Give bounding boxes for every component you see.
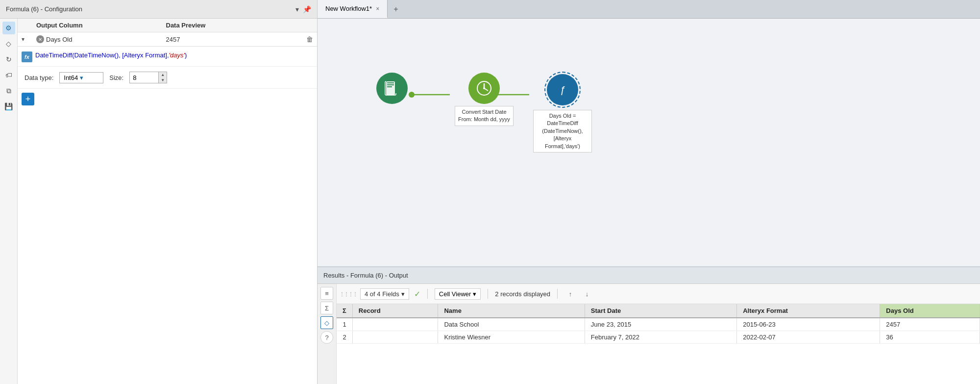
node-formula[interactable]: ƒ Days Old = DateTimeDiff (DateTimeNow()… — [533, 72, 592, 153]
row-expand-btn[interactable]: ▾ — [22, 36, 36, 43]
sort-down-btn[interactable]: ↓ — [581, 288, 593, 300]
th-sigma: Σ — [337, 304, 352, 318]
row-num-1: 1 — [337, 318, 352, 331]
output-row: ▾ ✕ Days Old 2457 🗑 — [18, 32, 317, 47]
node-formula-icon: ƒ — [547, 74, 578, 105]
th-name[interactable]: Name — [438, 304, 585, 318]
formula-text[interactable]: DateTimeDiff(DateTimeNow(), [Alteryx For… — [35, 51, 187, 61]
sidebar-tag-icon[interactable]: 🏷 — [2, 69, 15, 81]
left-header: Formula (6) - Configuration ▾ 📌 — [0, 0, 317, 19]
trash-icon[interactable]: 🗑 — [295, 35, 313, 43]
node-datetime-icon — [468, 73, 500, 104]
results-header: Results - Formula (6) - Output — [318, 267, 980, 284]
results-main: ⋮⋮⋮⋮ 4 of 4 Fields ▾ ✓ Cell Viewer ▾ 2 r… — [337, 284, 980, 384]
collapse-icon[interactable]: ▾ — [295, 5, 299, 13]
th-start-date[interactable]: Start Date — [585, 304, 736, 318]
svg-text:ƒ: ƒ — [560, 84, 565, 95]
sidebar: ⚙ ◇ ↻ 🏷 ⧉ 💾 — [0, 19, 18, 384]
th-alteryx-format[interactable]: Alteryx Format — [737, 304, 880, 318]
node-formula-selection: ƒ — [544, 72, 581, 108]
cell-record-1 — [352, 318, 438, 331]
node-input-icon — [376, 73, 408, 104]
tab-close-btn[interactable]: × — [376, 5, 379, 12]
left-header-icons: ▾ 📌 — [295, 5, 311, 13]
svg-rect-5 — [386, 81, 395, 95]
checkmark-icon[interactable]: ✓ — [414, 289, 420, 299]
results-diamond-icon[interactable]: ◇ — [320, 316, 333, 329]
sidebar-save-icon[interactable]: 💾 — [2, 100, 15, 113]
node-input[interactable] — [376, 73, 408, 104]
cell-startdate-2: February 7, 2022 — [585, 331, 736, 344]
col-headers: Output Column Data Preview — [18, 19, 317, 32]
right-panel: New Workflow1* × + — [318, 0, 980, 384]
results-toolbar: ⋮⋮⋮⋮ 4 of 4 Fields ▾ ✓ Cell Viewer ▾ 2 r… — [337, 284, 980, 304]
results-lines-icon[interactable]: ≡ — [320, 287, 333, 300]
node-datetime[interactable]: Convert Start Date From: Month dd, yyyy — [455, 73, 514, 126]
cell-record-2 — [352, 331, 438, 344]
cell-daysold-1: 2457 — [880, 318, 980, 331]
col-name-cell: ✕ Days Old — [36, 35, 166, 43]
tab-label: New Workflow1* — [325, 5, 372, 12]
size-increment-btn[interactable]: ▲ — [159, 72, 167, 77]
results-table-wrapper[interactable]: Σ Record Name Start Date Alteryx Format … — [337, 304, 980, 384]
results-table: Σ Record Name Start Date Alteryx Format … — [337, 304, 980, 344]
preview-col-header: Data Preview — [166, 22, 296, 29]
row-num-2: 2 — [337, 331, 352, 344]
left-header-title: Formula (6) - Configuration — [6, 5, 82, 13]
results-sigma-icon[interactable]: Σ — [320, 302, 333, 314]
tab-bar: New Workflow1* × + — [318, 0, 980, 19]
add-tab-btn[interactable]: + — [388, 0, 404, 18]
table-row: 2 Kristine Wiesner February 7, 2022 2022… — [337, 331, 980, 344]
canvas-connections — [318, 19, 980, 266]
th-record[interactable]: Record — [352, 304, 438, 318]
sort-up-btn[interactable]: ↑ — [564, 288, 576, 300]
size-decrement-btn[interactable]: ▼ — [159, 77, 167, 83]
size-label: Size: — [109, 74, 123, 81]
results-question-icon[interactable]: ? — [320, 331, 333, 344]
sidebar-code-icon[interactable]: ◇ — [2, 37, 15, 50]
fields-dropdown[interactable]: 4 of 4 Fields ▾ — [360, 288, 409, 300]
cell-daysold-2: 36 — [880, 331, 980, 344]
cell-name-1: Data School — [438, 318, 585, 331]
th-days-old[interactable]: Days Old — [880, 304, 980, 318]
formula-icon: fx — [22, 51, 32, 62]
svg-rect-8 — [387, 86, 392, 87]
add-row-btn[interactable]: + — [22, 93, 34, 105]
datatype-value: Int64 — [64, 74, 78, 81]
datatype-row: Data type: Int64 ▾ Size: 8 ▲ ▼ — [18, 67, 317, 89]
cell-viewer-btn[interactable]: Cell Viewer ▾ — [435, 288, 481, 300]
expand-col-header — [22, 22, 36, 29]
formula-str-part: 'days' — [169, 51, 185, 59]
results-side-icons: ≡ Σ ◇ ? — [318, 284, 337, 384]
node-formula-label: Days Old = DateTimeDiff (DateTimeNow(), … — [533, 110, 592, 153]
col-remove-btn[interactable]: ✕ — [36, 35, 44, 43]
size-value: 8 — [133, 74, 136, 81]
results-collapse-icon[interactable]: ⋮⋮⋮⋮ — [342, 287, 355, 301]
cell-viewer-chevron: ▾ — [473, 290, 476, 298]
cell-alteryxfmt-1: 2015-06-23 — [737, 318, 880, 331]
workflow-tab[interactable]: New Workflow1* × — [318, 0, 388, 18]
sidebar-refresh-icon[interactable]: ↻ — [2, 53, 15, 66]
results-panel: Results - Formula (6) - Output ≡ Σ ◇ ? ⋮… — [318, 266, 980, 384]
toolbar-separator — [427, 289, 428, 299]
formula-close-part: ) — [185, 51, 187, 59]
results-header-title: Results - Formula (6) - Output — [323, 272, 408, 279]
workflow-canvas[interactable]: Convert Start Date From: Month dd, yyyy … — [318, 19, 980, 266]
svg-point-12 — [483, 87, 485, 89]
formula-func-part: DateTimeDiff(DateTimeNow(), [Alteryx For… — [35, 51, 169, 59]
col-name-text: Days Old — [46, 36, 72, 43]
fields-label: 4 of 4 Fields — [365, 290, 399, 298]
cell-viewer-label: Cell Viewer — [439, 290, 471, 298]
svg-point-1 — [409, 92, 415, 98]
size-input[interactable]: 8 — [129, 72, 159, 83]
datatype-select[interactable]: Int64 ▾ — [59, 72, 103, 83]
results-content: ≡ Σ ◇ ? ⋮⋮⋮⋮ 4 of 4 Fields ▾ ✓ Cell View… — [318, 284, 980, 384]
fields-chevron: ▾ — [401, 290, 405, 298]
sidebar-settings-icon[interactable]: ⚙ — [2, 22, 15, 34]
toolbar-separator3 — [557, 289, 558, 299]
col-preview-value: 2457 — [166, 36, 296, 43]
svg-rect-7 — [387, 84, 394, 85]
formula-area: fx DateTimeDiff(DateTimeNow(), [Alteryx … — [18, 47, 317, 67]
pin-icon[interactable]: 📌 — [303, 5, 311, 13]
sidebar-copy-icon[interactable]: ⧉ — [2, 84, 15, 97]
